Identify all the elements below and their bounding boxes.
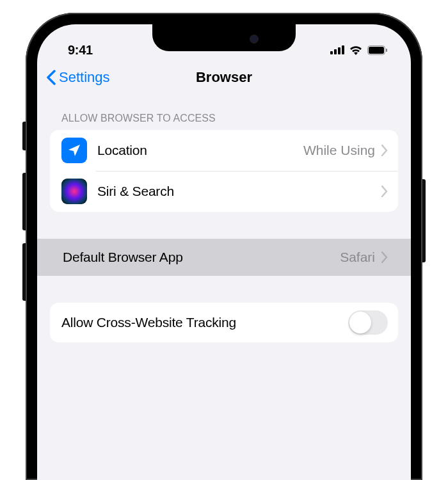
- row-siri-search[interactable]: Siri & Search: [50, 171, 398, 212]
- svg-rect-2: [338, 47, 340, 54]
- screen: 9:41: [37, 24, 411, 480]
- notch: [152, 24, 296, 51]
- wifi-icon: [349, 45, 363, 55]
- row-default-browser[interactable]: Default Browser App Safari: [50, 239, 398, 276]
- location-icon: [61, 138, 87, 163]
- svg-rect-0: [330, 51, 333, 54]
- row-label: Siri & Search: [97, 184, 381, 199]
- row-label: Allow Cross-Website Tracking: [61, 315, 348, 330]
- back-button-label: Settings: [59, 69, 110, 86]
- row-location[interactable]: Location While Using: [50, 130, 398, 171]
- section-header-access: Allow Browser to Access: [50, 95, 398, 130]
- siri-icon: [61, 179, 87, 204]
- back-button[interactable]: Settings: [46, 69, 110, 86]
- settings-group-access: Location While Using Siri & Search: [50, 130, 398, 212]
- svg-rect-5: [369, 47, 384, 54]
- status-icons: [330, 45, 388, 55]
- settings-group-tracking: Allow Cross-Website Tracking: [50, 303, 398, 342]
- status-time: 9:41: [68, 43, 93, 58]
- chevron-right-icon: [381, 252, 388, 263]
- phone-device-frame: 9:41: [26, 13, 422, 480]
- settings-group-default-browser: Default Browser App Safari: [37, 239, 411, 276]
- cellular-signal-icon: [330, 45, 344, 54]
- row-value: Safari: [340, 250, 375, 265]
- chevron-right-icon: [381, 145, 388, 156]
- row-label: Location: [97, 143, 303, 158]
- chevron-right-icon: [381, 186, 388, 197]
- chevron-left-icon: [46, 70, 56, 85]
- toggle-knob: [349, 312, 371, 333]
- row-value: While Using: [303, 143, 375, 158]
- svg-rect-6: [386, 49, 387, 52]
- svg-rect-1: [334, 49, 337, 54]
- row-label: Default Browser App: [63, 250, 340, 265]
- svg-rect-3: [342, 45, 344, 54]
- row-cross-website-tracking[interactable]: Allow Cross-Website Tracking: [50, 303, 398, 342]
- navigation-bar: Settings Browser: [37, 63, 411, 95]
- battery-icon: [367, 45, 388, 55]
- tracking-toggle[interactable]: [348, 310, 388, 335]
